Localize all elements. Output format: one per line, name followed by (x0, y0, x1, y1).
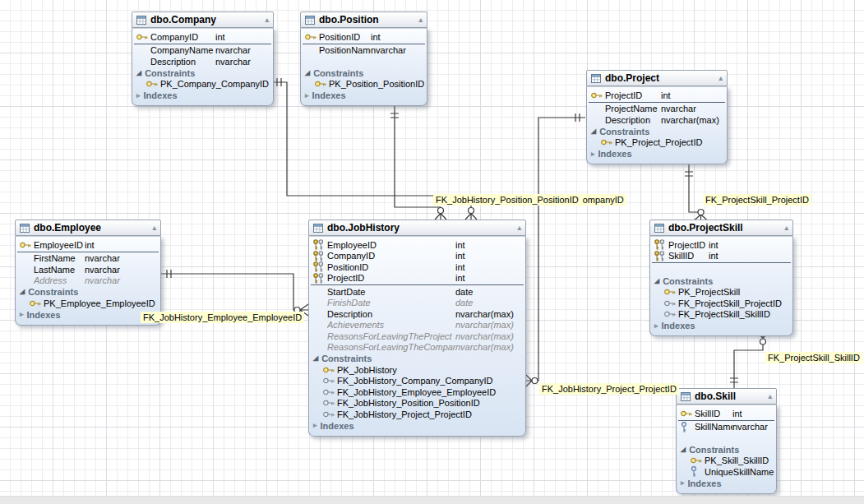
table-header[interactable]: dbo.ProjectSkill (649, 220, 793, 236)
column-row[interactable]: ProjectID int (309, 273, 525, 284)
collapse-arrow-icon[interactable] (784, 224, 788, 232)
constraint-row[interactable]: FK_JobHistory_Employee_EmployeeID (309, 386, 525, 398)
relationship-label-jobhistory-employee[interactable]: FK_JobHistory_Employee_EmployeeID (141, 312, 304, 323)
section-constraints[interactable]: Constraints (650, 275, 792, 287)
section-constraints[interactable]: Constraints (587, 126, 727, 137)
expander-closed-icon[interactable] (654, 322, 658, 330)
constraint-name: PK_ProjectSkill (678, 287, 740, 297)
column-row[interactable]: EmployeeID int (309, 239, 525, 251)
section-indexes[interactable]: Indexes (677, 478, 776, 489)
column-row[interactable]: ReasonsForLeavingTheCompany nvarchar(max… (309, 342, 525, 354)
expander-closed-icon[interactable] (681, 479, 685, 487)
table-header[interactable]: dbo.JobHistory (308, 220, 526, 236)
column-row[interactable]: CompanyID int (309, 251, 525, 262)
relationship-label-jobhistory-project[interactable]: FK_JobHistory_Project_ProjectID (539, 383, 679, 395)
entity-table-company: dbo.Company CompanyID int CompanyName nv… (132, 12, 274, 106)
column-row[interactable]: Description nvarchar (132, 56, 273, 67)
collapse-arrow-icon[interactable] (152, 224, 156, 232)
expander-open-icon[interactable] (305, 70, 310, 76)
expander-closed-icon[interactable] (136, 92, 141, 99)
collapse-arrow-icon[interactable] (718, 75, 723, 82)
constraint-name: PK_Project_ProjectID (615, 137, 702, 147)
constraint-row[interactable]: PK_Company_CompanyID (132, 79, 273, 90)
section-constraints[interactable]: Constraints (16, 286, 160, 298)
table-header[interactable]: dbo.Company (132, 12, 274, 28)
section-indexes[interactable]: Indexes (587, 148, 727, 160)
section-constraints[interactable]: Constraints (301, 67, 427, 79)
table-title: dbo.Company (150, 14, 261, 25)
column-row[interactable]: EmployeeID int (16, 239, 160, 251)
section-indexes[interactable]: Indexes (132, 90, 273, 101)
relationship-label-projectskill-skill[interactable]: FK_ProjectSkill_SkillID (765, 352, 862, 363)
table-body: ProjectID int ProjectName nvarchar Descr… (586, 86, 728, 164)
expander-closed-icon[interactable] (313, 422, 317, 429)
relationship-label-projectskill-project[interactable]: FK_ProjectSkill_ProjectID (703, 194, 811, 206)
column-row[interactable]: PositionID int (309, 261, 525, 273)
column-row[interactable]: StartDate date (309, 286, 525, 298)
constraint-row[interactable]: PK_Position_PositionID (301, 79, 427, 90)
optional-end-circle (698, 210, 704, 215)
column-row[interactable]: SkillID int (677, 408, 776, 419)
column-row[interactable]: ProjectID int (587, 90, 727, 101)
column-row[interactable]: CompanyName nvarchar (132, 45, 273, 57)
constraint-row[interactable]: FK_ProjectSkill_SkillID (650, 309, 792, 321)
column-row[interactable]: Address nvarchar (16, 275, 160, 287)
pk-separator (311, 284, 524, 285)
column-type: int (732, 409, 742, 418)
column-row[interactable]: CompanyID int (132, 31, 273, 43)
constraint-row[interactable]: PK_Project_ProjectID (587, 137, 727, 149)
column-row[interactable]: ReasonsForLeavingTheProject nvarchar(max… (309, 331, 525, 342)
expander-closed-icon[interactable] (305, 92, 309, 99)
constraint-row[interactable]: PK_Skill_SkillID (677, 455, 776, 467)
collapse-arrow-icon[interactable] (265, 16, 269, 24)
column-row[interactable]: PositionID int (301, 31, 427, 43)
section-constraints[interactable]: Constraints (132, 67, 273, 79)
expander-open-icon[interactable] (313, 355, 318, 362)
section-indexes[interactable]: Indexes (309, 420, 525, 432)
constraint-row[interactable]: FK_JobHistory_Company_CompanyID (309, 376, 525, 387)
constraint-row[interactable]: PK_Employee_EmployeeID (16, 298, 160, 309)
expander-open-icon[interactable] (654, 278, 659, 284)
many-end-crowfoot (435, 214, 446, 220)
relationship-line-projectskill-skill (730, 332, 769, 388)
section-indexes[interactable]: Indexes (650, 320, 792, 331)
expander-open-icon[interactable] (591, 128, 596, 135)
column-row[interactable]: Description nvarchar(max) (587, 114, 727, 126)
column-row[interactable]: Achievements nvarchar(max) (309, 320, 525, 331)
column-row[interactable]: FirstName nvarchar (16, 253, 160, 265)
column-row[interactable]: ProjectName nvarchar (587, 104, 727, 115)
horizontal-scrollbar[interactable] (0, 496, 864, 504)
constraint-row[interactable]: PK_ProjectSkill (650, 287, 792, 298)
expander-open-icon[interactable] (136, 70, 141, 76)
expander-closed-icon[interactable] (591, 150, 595, 158)
column-row[interactable]: SkillName nvarchar (677, 422, 776, 433)
section-constraints[interactable]: Constraints (309, 353, 525, 364)
constraint-row[interactable]: FK_ProjectSkill_ProjectID (650, 298, 792, 309)
table-header[interactable]: dbo.Project (586, 70, 728, 86)
section-indexes[interactable]: Indexes (16, 309, 160, 321)
column-row[interactable]: ProjectID int (650, 239, 792, 251)
expander-open-icon[interactable] (681, 446, 686, 453)
collapse-arrow-icon[interactable] (418, 16, 423, 24)
primary-key-icon (591, 92, 603, 99)
constraint-row[interactable]: UniqueSkillName (677, 466, 776, 478)
section-indexes[interactable]: Indexes (301, 90, 427, 101)
column-row[interactable]: LastName nvarchar (16, 264, 160, 275)
foreign-key-icon (323, 377, 335, 384)
column-row[interactable]: Description nvarchar(max) (309, 308, 525, 320)
table-header[interactable]: dbo.Position (300, 12, 427, 28)
column-row[interactable]: FinishDate date (309, 298, 525, 309)
expander-open-icon[interactable] (20, 289, 25, 295)
table-header[interactable]: dbo.Employee (15, 220, 161, 236)
collapse-arrow-icon[interactable] (768, 393, 772, 400)
section-constraints[interactable]: Constraints (677, 444, 776, 455)
table-header[interactable]: dbo.Skill (676, 388, 777, 405)
relationship-label-jobhistory-position[interactable]: FK_JobHistory_Position_PositionIDompanyI… (433, 194, 626, 206)
expander-closed-icon[interactable] (20, 311, 24, 318)
constraint-row[interactable]: PK_JobHistory (309, 364, 525, 376)
constraint-row[interactable]: FK_JobHistory_Project_ProjectID (309, 409, 525, 420)
column-row[interactable]: PositionName nvarchar (301, 45, 427, 57)
constraint-row[interactable]: FK_JobHistory_Position_PositionID (309, 398, 525, 409)
collapse-arrow-icon[interactable] (517, 224, 521, 232)
column-row[interactable]: SkillID int (650, 251, 792, 262)
